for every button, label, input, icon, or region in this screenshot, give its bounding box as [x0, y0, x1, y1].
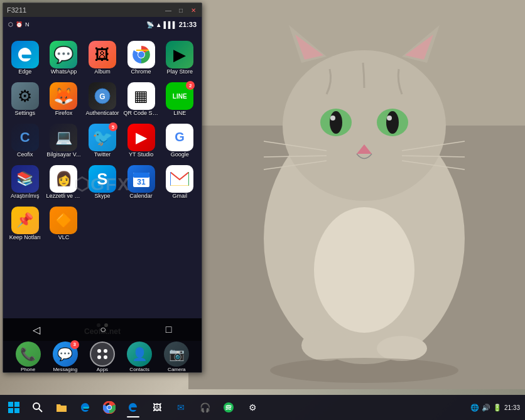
status-right-icons: 📡 ▲ ▌▌▌ 21:33	[146, 21, 197, 28]
search-button[interactable]	[26, 396, 49, 419]
app-item-calendar[interactable]: 31Calendar	[122, 161, 161, 203]
app-item-twitter[interactable]: 🐦5Twitter	[83, 120, 122, 161]
headphones-icon: 🎧	[200, 402, 210, 412]
svg-point-24	[270, 358, 458, 383]
headphones-taskbar-button[interactable]: 🎧	[193, 396, 216, 419]
phone-dock: 📞Phone💬3MessagingApps👤Contacts📷Camera	[3, 341, 202, 372]
app-item-empty	[160, 203, 199, 244]
app-label-ceofix: Ceofix	[17, 151, 33, 158]
app-item-vlc[interactable]: 🔶VLC	[45, 203, 84, 244]
badge-twitter: 5	[109, 122, 117, 131]
maximize-button[interactable]: □	[176, 6, 185, 14]
app-icon-edge	[11, 41, 39, 68]
photos-taskbar-button[interactable]: 🖼	[146, 396, 168, 419]
svg-text:G: G	[99, 92, 105, 101]
app-item-keep[interactable]: 📌Keep Notları	[6, 203, 45, 244]
app-label-whatsapp: WhatsApp	[51, 68, 77, 75]
dock-icon-camera: 📷	[164, 342, 189, 367]
edge2-taskbar-button[interactable]	[122, 396, 144, 419]
settings-taskbar-button[interactable]: ⚙	[241, 396, 264, 419]
svg-point-11	[386, 111, 399, 134]
app-grid: Edge💬WhatsApp🖼AlbumChrome▶Play Store⚙Set…	[3, 32, 202, 249]
app-icon-bilgisayar: 💻	[50, 124, 77, 151]
mail-taskbar-button[interactable]: ✉	[170, 396, 192, 419]
cat-image	[188, 0, 525, 389]
app-label-arastirma: Araştırılmış	[11, 193, 40, 199]
minimize-button[interactable]: —	[164, 6, 173, 14]
app-label-line: LINE	[173, 110, 186, 116]
app-item-gmail[interactable]: Gmail	[160, 161, 199, 203]
recents-button[interactable]: □	[158, 321, 180, 338]
file-manager-button[interactable]	[50, 396, 73, 419]
app-item-edge[interactable]: Edge	[6, 37, 45, 78]
time-display: 21:33	[179, 21, 197, 28]
spotify-taskbar-button[interactable]	[217, 396, 240, 419]
dock-item-contacts[interactable]: 👤Contacts	[127, 342, 152, 372]
app-item-line[interactable]: LINE2LINE	[160, 78, 199, 120]
app-label-album: Album	[94, 68, 111, 75]
dock-item-messaging[interactable]: 💬3Messaging	[53, 342, 78, 372]
phone-window: F3211 — □ ✕ ⬡ ⏰ N 📡 ▲ ▌▌▌ 21:33 Edge💬Wha…	[3, 3, 202, 373]
taskbar-icons: 🖼 ✉ 🎧 ⚙	[3, 396, 470, 419]
app-item-authenticator[interactable]: GAuthenticator	[83, 78, 122, 120]
svg-text:G: G	[175, 130, 185, 144]
app-item-settings[interactable]: ⚙Settings	[6, 78, 45, 120]
app-item-ytstudio[interactable]: ▶YT Studio	[122, 120, 161, 161]
folder-icon	[56, 402, 67, 413]
app-item-album[interactable]: 🖼Album	[83, 37, 122, 78]
app-item-whatsapp[interactable]: 💬WhatsApp	[45, 37, 84, 78]
app-icon-gmail	[166, 165, 193, 193]
home-button[interactable]: ○	[92, 321, 114, 338]
app-icon-ceofix: C	[11, 124, 39, 151]
app-item-playstore[interactable]: ▶Play Store	[160, 37, 199, 78]
nfc-icon: N	[25, 21, 30, 28]
phone-navbar: ◁ ○ □	[3, 318, 202, 341]
app-item-lezzetli[interactable]: 👩Lezzetli ve D...	[45, 161, 84, 203]
app-label-firefox: Firefox	[55, 110, 73, 116]
app-item-skype[interactable]: SSkype	[83, 161, 122, 203]
window-titlebar: F3211 — □ ✕	[3, 3, 202, 17]
app-item-ceofix[interactable]: CCeofix	[6, 120, 45, 161]
mail-icon: ✉	[177, 402, 185, 412]
app-label-bilgisayar: Bilgisayar V...	[46, 151, 80, 158]
phone-statusbar: ⬡ ⏰ N 📡 ▲ ▌▌▌ 21:33	[3, 17, 202, 32]
back-button[interactable]: ◁	[25, 321, 48, 338]
settings-icon: ⚙	[249, 402, 257, 412]
svg-point-10	[330, 111, 342, 134]
app-item-qrcode[interactable]: ▦QR Code Sc...	[122, 78, 161, 120]
close-button[interactable]: ✕	[189, 6, 198, 14]
dock-item-apps[interactable]: Apps	[90, 342, 115, 372]
svg-point-13	[387, 116, 392, 121]
chrome-taskbar-button[interactable]	[98, 396, 121, 419]
svg-rect-39	[8, 402, 13, 407]
app-icon-qrcode: ▦	[127, 82, 155, 110]
app-icon-chrome	[127, 41, 155, 68]
dock-label-messaging: Messaging	[53, 367, 77, 372]
window-controls: — □ ✕	[164, 6, 198, 14]
app-label-authenticator: Authenticator	[85, 110, 119, 116]
svg-point-12	[330, 116, 335, 121]
network-tray-icon: 🌐	[470, 404, 479, 412]
window-title: F3211	[7, 6, 26, 14]
dock-item-phone[interactable]: 📞Phone	[16, 342, 41, 372]
app-item-firefox[interactable]: 🦊Firefox	[45, 78, 84, 120]
app-item-chrome[interactable]: Chrome	[122, 37, 161, 78]
start-button[interactable]	[3, 396, 25, 419]
cast-icon: ⬡	[8, 21, 13, 28]
app-item-bilgisayar[interactable]: 💻Bilgisayar V...	[45, 120, 84, 161]
app-label-lezzetli: Lezzetli ve D...	[46, 193, 81, 199]
cast-status-icon: 📡	[146, 21, 154, 28]
search-icon	[32, 402, 43, 413]
taskbar: 🖼 ✉ 🎧 ⚙ 🌐 🔊 🔋 21:33	[0, 395, 525, 420]
app-label-chrome: Chrome	[131, 68, 151, 75]
edge-taskbar-button[interactable]	[74, 396, 97, 419]
app-item-arastirma[interactable]: 📚Araştırılmış	[6, 161, 45, 203]
svg-rect-32	[133, 173, 149, 178]
svg-text:31: 31	[137, 178, 146, 186]
dock-icon-contacts: 👤	[127, 342, 152, 367]
app-label-ytstudio: YT Studio	[129, 151, 153, 158]
edge2-taskbar-icon	[127, 402, 139, 413]
dock-icon-phone: 📞	[16, 342, 41, 367]
app-item-google[interactable]: GGoogle	[160, 120, 199, 161]
dock-item-camera[interactable]: 📷Camera	[164, 342, 189, 372]
